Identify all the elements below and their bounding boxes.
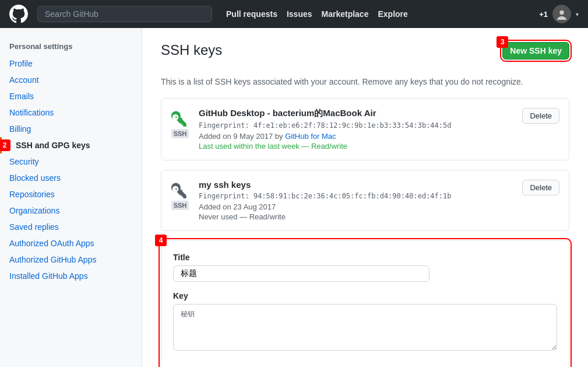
delete-button-2[interactable]: Delete [522, 180, 559, 195]
title-form-group: Title [173, 253, 557, 282]
notification-count[interactable]: +1 [539, 10, 548, 19]
sidebar-item-blocked-users[interactable]: Blocked users [0, 170, 142, 186]
ssh-key-usage-2: Never used — Read/write [199, 212, 513, 221]
ssh-key-meta-1: Added on 9 May 2017 by GitHub for Mac [199, 132, 513, 141]
ssh-key-fingerprint-2: Fingerprint: 94:58:91:bc:2e:36:4c:05:fc:… [199, 192, 513, 200]
sidebar-item-installed-apps[interactable]: Installed GitHub Apps [0, 268, 142, 284]
key-icon-1 [171, 108, 189, 127]
sidebar-item-notifications[interactable]: Notifications [0, 104, 142, 121]
new-ssh-key-button[interactable]: New SSH key [502, 42, 569, 60]
callout-badge-4: 4 [155, 235, 167, 246]
callout-badge-3: 3 [497, 36, 508, 48]
github-logo-icon[interactable] [9, 5, 28, 23]
ssh-key-meta-2: Added on 23 Aug 2017 [199, 202, 513, 211]
ssh-key-card-2: SSH my ssh keys Fingerprint: 94:58:91:bc… [161, 170, 569, 231]
sidebar-item-billing[interactable]: Billing [0, 121, 142, 137]
ssh-key-added-by-1[interactable]: GitHub for Mac [285, 132, 336, 141]
delete-button-1[interactable]: Delete [522, 108, 559, 124]
key-textarea[interactable]: 秘钥 [173, 304, 557, 351]
sidebar-item-github-apps[interactable]: Authorized GitHub Apps [0, 251, 142, 268]
ssh-key-name-1: GitHub Desktop - bacterium的MacBook Air [199, 108, 513, 119]
title-input[interactable] [173, 265, 429, 282]
callout-badge-2: 2 [0, 139, 10, 151]
search-input[interactable] [37, 6, 212, 22]
nav-marketplace[interactable]: Marketplace [322, 9, 369, 19]
sidebar-item-security[interactable]: Security [0, 153, 142, 170]
ssh-key-usage-1: Last used within the last week — Read/wr… [199, 142, 513, 151]
ssh-label-2: SSH [171, 201, 189, 210]
main-content: SSH keys 3 New SSH key This is a list of… [142, 28, 588, 367]
sidebar-heading: Personal settings [0, 40, 142, 55]
page-title: SSH keys [161, 42, 222, 58]
nav-links: Pull requests Issues Marketplace Explore [226, 9, 408, 19]
page-description: This is a list of SSH keys associated wi… [161, 77, 569, 86]
ssh-key-info-1: GitHub Desktop - bacterium的MacBook Air F… [199, 108, 513, 151]
key-icon-2 [171, 180, 189, 198]
ssh-key-name-2: my ssh keys [199, 180, 513, 190]
ssh-key-icon-wrap-2: SSH [171, 180, 189, 210]
avatar-dropdown-icon[interactable]: ▾ [576, 11, 579, 18]
sidebar-item-organizations[interactable]: Organizations [0, 202, 142, 219]
title-label: Title [173, 253, 557, 262]
key-form-group: Key 秘钥 [173, 291, 557, 352]
nav-explore[interactable]: Explore [378, 9, 407, 19]
sidebar-item-account[interactable]: Account [0, 72, 142, 88]
main-layout: Personal settings Profile Account Emails… [0, 28, 588, 367]
ssh-label-1: SSH [171, 129, 189, 138]
sidebar-item-oauth-apps[interactable]: Authorized OAuth Apps [0, 235, 142, 251]
sidebar-item-saved-replies[interactable]: Saved replies [0, 219, 142, 235]
avatar[interactable] [552, 5, 571, 23]
ssh-key-card-1: SSH GitHub Desktop - bacterium的MacBook A… [161, 98, 569, 160]
sidebar: Personal settings Profile Account Emails… [0, 28, 142, 367]
sidebar-item-ssh-keys[interactable]: SSH and GPG keys [0, 137, 142, 153]
sidebar-item-repositories[interactable]: Repositories [0, 186, 142, 202]
key-label: Key [173, 291, 557, 300]
sidebar-item-emails[interactable]: Emails [0, 88, 142, 104]
top-navigation: Pull requests Issues Marketplace Explore… [0, 0, 588, 28]
add-ssh-key-form: Title Key 秘钥 [161, 240, 569, 367]
ssh-key-icon-wrap-1: SSH [171, 108, 189, 138]
ssh-key-info-2: my ssh keys Fingerprint: 94:58:91:bc:2e:… [199, 180, 513, 221]
nav-pull-requests[interactable]: Pull requests [226, 9, 277, 19]
ssh-key-fingerprint-1: Fingerprint: 4f:e1:eb:e6:2f:78:12:9c:9b:… [199, 121, 513, 130]
topnav-right: +1 ▾ [539, 5, 579, 23]
sidebar-item-profile[interactable]: Profile [0, 55, 142, 72]
nav-issues[interactable]: Issues [287, 9, 312, 19]
page-header: SSH keys 3 New SSH key [161, 42, 569, 68]
